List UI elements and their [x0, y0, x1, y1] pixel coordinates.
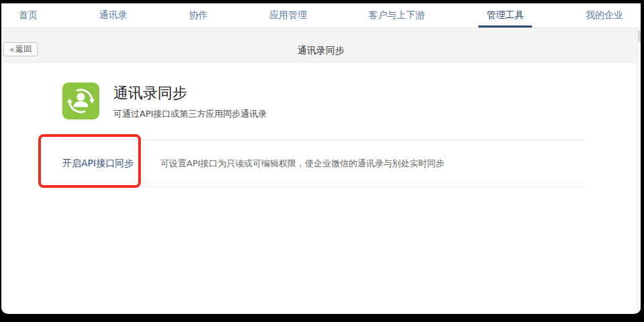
app-title: 通讯录同步: [113, 85, 267, 102]
nav-item-home[interactable]: 首页: [19, 3, 38, 28]
settings-section: 开启API接口同步 可设置API接口为只读或可编辑权限，使企业微信的通讯录与别处…: [62, 140, 585, 187]
vertical-scrollbar[interactable]: [637, 29, 641, 314]
contacts-sync-icon: [62, 83, 99, 119]
nav-item-admin-tools[interactable]: 管理工具: [486, 3, 524, 28]
app-header-text: 通讯录同步 可通过API接口或第三方应用同步通讯录: [113, 83, 267, 120]
nav-item-my-company[interactable]: 我的企业: [586, 3, 623, 28]
nav-item-customers-upstream-downstream[interactable]: 客户与上下游: [368, 3, 425, 28]
app-window: 首页 通讯录 协作 应用管理 客户与上下游 管理工具 我的企业 « 返回 通讯录…: [1, 3, 641, 314]
main-content: 通讯录同步 可通过API接口或第三方应用同步通讯录 开启API接口同步 可设置A…: [1, 63, 641, 313]
app-subtitle: 可通过API接口或第三方应用同步通讯录: [113, 108, 267, 120]
app-header: 通讯录同步 可通过API接口或第三方应用同步通讯录: [62, 83, 267, 120]
nav-item-contacts[interactable]: 通讯录: [99, 3, 127, 28]
api-sync-description: 可设置API接口为只读或可编辑权限，使企业微信的通讯录与别处实时同步: [160, 158, 445, 170]
top-navigation: 首页 通讯录 协作 应用管理 客户与上下游 管理工具 我的企业: [1, 3, 641, 28]
page-subheader: « 返回 通讯录同步: [1, 28, 641, 63]
nav-item-collaboration[interactable]: 协作: [189, 3, 208, 28]
scrollbar-thumb[interactable]: [638, 30, 641, 42]
nav-item-app-management[interactable]: 应用管理: [269, 3, 307, 28]
page-title: 通讯录同步: [1, 45, 641, 57]
enable-api-sync-link[interactable]: 开启API接口同步: [62, 158, 160, 170]
api-sync-row: 开启API接口同步 可设置API接口为只读或可编辑权限，使企业微信的通讯录与别处…: [62, 140, 585, 187]
